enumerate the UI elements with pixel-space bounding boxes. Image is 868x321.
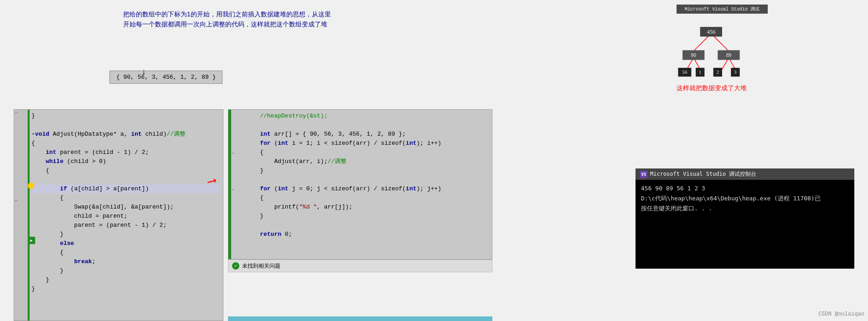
debug-indicator: ▶	[28, 237, 35, 244]
code-line-for1: for (int i = 1; i < sizeof(arr) / sizeof…	[246, 139, 488, 148]
code-line-for2: for (int j = 0; j < sizeof(arr) / sizeof…	[246, 184, 488, 194]
down-arrow-icon: ↓	[141, 67, 146, 76]
code-line: return 0;	[246, 230, 488, 239]
svg-text:456: 456	[707, 29, 715, 35]
code-line	[246, 221, 488, 230]
right-code-panel: //heapDestroy(&st); int arr[] = { 90, 56…	[228, 109, 492, 260]
code-line	[31, 121, 219, 130]
annotation-line1: 把给的数组中的下标为1的开始，用我们之前插入数据建堆的思想，从这里	[123, 9, 331, 19]
code-line	[31, 175, 219, 184]
code-line: //heapDestroy(&st);	[246, 112, 488, 121]
status-bar: ✓ 未找到相关问题	[228, 260, 492, 272]
svg-text:2: 2	[717, 70, 719, 75]
code-line: }	[31, 285, 219, 294]
right-code-content: //heapDestroy(&st); int arr[] = { 90, 56…	[242, 110, 492, 259]
debug-line1: 456 90 89 56 1 2 3	[641, 183, 849, 194]
fold-indicator-r2[interactable]: –	[232, 187, 235, 192]
tree-caption: 这样就把数据变成了大堆	[677, 84, 747, 92]
array-box: { 90, 56, 3, 456, 1, 2, 89 }	[109, 71, 222, 84]
svg-text:89: 89	[726, 52, 732, 58]
debug-line2: D:\c代码\heap\heap\x64\Debug\heap.exe (进程 …	[641, 194, 849, 204]
array-content: { 90, 56, 3, 456, 1, 2, 89 }	[116, 74, 216, 81]
code-line: parent = (parent - 1) / 2;	[31, 221, 219, 230]
code-line: int arr[] = { 90, 56, 3, 456, 1, 2, 89 }…	[246, 130, 488, 139]
csdn-watermark: CSDN @oulaiqao	[818, 311, 864, 317]
svg-text:3: 3	[734, 70, 736, 75]
code-line: {	[31, 166, 219, 175]
code-line: {	[31, 194, 219, 203]
code-line: {	[31, 139, 219, 148]
code-line: }	[31, 112, 219, 121]
code-line: {	[246, 148, 488, 157]
code-line: }	[246, 166, 488, 175]
code-line: child = parent;	[31, 212, 219, 221]
breakpoint-marker	[28, 183, 34, 189]
left-code-content: } -void Adjust(HpDatatype* a, int child)…	[28, 110, 223, 321]
code-line: Swap(&a[child], &a[parent]);	[31, 203, 219, 212]
code-line: printf("%d ", arr[j]);	[246, 203, 488, 212]
debug-console: VS Microsoft Visual Studio 调试控制台 456 90 …	[636, 168, 854, 269]
scrollbar[interactable]	[228, 316, 492, 321]
fold-indicator[interactable]: –	[15, 109, 18, 115]
left-code-panel: } -void Adjust(HpDatatype* a, int child)…	[14, 109, 223, 321]
annotation-text: 把给的数组中的下标为1的开始，用我们之前插入数据建堆的思想，从这里 开始每一个数…	[123, 9, 331, 30]
code-line: Adjust(arr, i);//调整	[246, 157, 488, 166]
debug-title: Microsoft Visual Studio 调试控制台	[650, 170, 756, 178]
vs-icon: VS	[640, 171, 647, 178]
code-line: }	[246, 212, 488, 221]
tree-visualization: Microsoft Visual Studio 调试 456 90 89 56 …	[677, 0, 777, 109]
status-text: 未找到相关问题	[242, 262, 280, 270]
annotation-area: 把给的数组中的下标为1的开始，用我们之前插入数据建堆的思想，从这里 开始每一个数…	[0, 0, 868, 109]
annotation-line2: 开始每一个数据都调用一次向上调整的代码，这样就把这个数组变成了堆	[123, 19, 331, 29]
debug-content: 456 90 89 56 1 2 3 D:\c代码\heap\heap\x64\…	[636, 180, 854, 217]
status-icon: ✓	[232, 262, 239, 270]
debug-line3: 按任意键关闭此窗口. . .	[641, 204, 849, 214]
code-line-active: if (a[child] > a[parent])	[31, 184, 219, 194]
green-bar-right	[228, 110, 231, 259]
code-line: }	[31, 230, 219, 239]
debug-title-bar: VS Microsoft Visual Studio 调试控制台	[636, 168, 854, 180]
svg-text:56: 56	[682, 70, 687, 75]
code-line: else	[31, 239, 219, 248]
fold-indicator-r1[interactable]: –	[232, 150, 235, 156]
code-line: }	[31, 275, 219, 285]
code-line: break;	[31, 257, 219, 266]
code-line: }	[31, 266, 219, 275]
fold-indicator-2[interactable]: –	[15, 198, 18, 203]
code-line: int parent = (child - 1) / 2;	[31, 148, 219, 157]
tree-title-bar: Microsoft Visual Studio 调试	[677, 5, 768, 14]
svg-text:1: 1	[699, 70, 701, 75]
code-line	[246, 175, 488, 184]
code-line: {	[31, 248, 219, 257]
code-line: {	[246, 194, 488, 203]
line-numbers	[14, 110, 28, 321]
code-line: while (child > 0)	[31, 157, 219, 166]
tree-svg: 456 90 89 56 1 2 3	[677, 16, 768, 80]
status-check: ✓	[234, 263, 237, 269]
code-line: -void Adjust(HpDatatype* a, int child)//…	[31, 130, 219, 139]
svg-text:90: 90	[691, 52, 696, 58]
code-line	[246, 121, 488, 130]
